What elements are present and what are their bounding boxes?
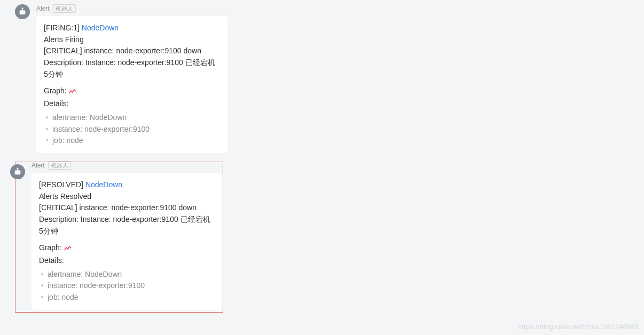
svg-point-4 <box>22 8 23 9</box>
alert-name-link[interactable]: NodeDown <box>85 180 122 189</box>
svg-rect-5 <box>69 88 76 94</box>
graph-label: Graph: <box>39 243 64 252</box>
svg-rect-11 <box>64 245 72 251</box>
list-item: job: node <box>44 135 220 147</box>
alert-name-link[interactable]: NodeDown <box>82 23 119 32</box>
details-label: Details: <box>39 255 215 267</box>
svg-point-10 <box>17 168 18 169</box>
list-item: alertname: NodeDown <box>39 269 215 281</box>
graph-link[interactable] <box>64 243 72 252</box>
highlight-frame: Alert 机器人 [RESOLVED] NodeDown Alerts Res… <box>15 162 223 313</box>
sender-name: Alert <box>36 5 50 12</box>
graph-line: Graph: <box>44 85 220 98</box>
robot-icon <box>13 168 22 176</box>
sender-name: Alert <box>32 162 45 169</box>
details-label: Details: <box>44 98 220 110</box>
message-bubble: [RESOLVED] NodeDown Alerts Resolved [CRI… <box>32 173 223 310</box>
watermark: https://blog.csdn.net/miss1181248983 <box>518 323 639 331</box>
status-prefix: [RESOLVED] <box>39 180 85 189</box>
description-line: Description: Instance: node-exporter:910… <box>44 57 220 80</box>
message-content: Alert 机器人 [FIRING:1] NodeDown Alerts Fir… <box>36 4 227 153</box>
list-item: instance: node-exporter:9100 <box>44 124 220 135</box>
details-list: alertname: NodeDown instance: node-expor… <box>39 269 215 304</box>
svg-point-2 <box>23 12 24 13</box>
graph-line: Graph: <box>39 242 215 255</box>
svg-point-1 <box>21 12 22 13</box>
svg-rect-0 <box>20 10 26 14</box>
bot-tag: 机器人 <box>53 4 76 13</box>
list-item: instance: node-exporter:9100 <box>39 280 215 292</box>
sender-row: Alert 机器人 <box>32 161 223 170</box>
critical-line: [CRITICAL] instance: node-exporter:9100 … <box>39 202 215 214</box>
bot-avatar <box>10 164 25 179</box>
status-line: [FIRING:1] NodeDown <box>44 22 220 34</box>
list-item: alertname: NodeDown <box>44 112 220 124</box>
svg-point-7 <box>16 172 17 173</box>
robot-icon <box>18 7 27 16</box>
bot-avatar <box>15 4 30 19</box>
status-text: Alerts Resolved <box>39 191 215 203</box>
graph-label: Graph: <box>44 86 69 95</box>
graph-link[interactable] <box>69 86 76 95</box>
message-bubble: [FIRING:1] NodeDown Alerts Firing [CRITI… <box>36 16 227 153</box>
status-prefix: [FIRING:1] <box>44 23 82 32</box>
message-block: Alert 机器人 [FIRING:1] NodeDown Alerts Fir… <box>0 0 644 153</box>
message-block: Alert 机器人 [RESOLVED] NodeDown Alerts Res… <box>15 162 223 310</box>
sender-row: Alert 机器人 <box>36 4 227 13</box>
status-line: [RESOLVED] NodeDown <box>39 179 215 191</box>
bot-tag: 机器人 <box>48 161 71 170</box>
message-content: Alert 机器人 [RESOLVED] NodeDown Alerts Res… <box>32 164 223 310</box>
critical-line: [CRITICAL] instance: node-exporter:9100 … <box>44 45 220 57</box>
details-list: alertname: NodeDown instance: node-expor… <box>44 112 220 147</box>
description-line: Description: Instance: node-exporter:910… <box>39 214 215 237</box>
svg-rect-6 <box>15 170 21 174</box>
list-item: job: node <box>39 292 215 304</box>
status-text: Alerts Firing <box>44 34 220 46</box>
chart-icon <box>69 86 76 98</box>
chart-icon <box>64 243 72 255</box>
svg-point-8 <box>18 172 19 173</box>
